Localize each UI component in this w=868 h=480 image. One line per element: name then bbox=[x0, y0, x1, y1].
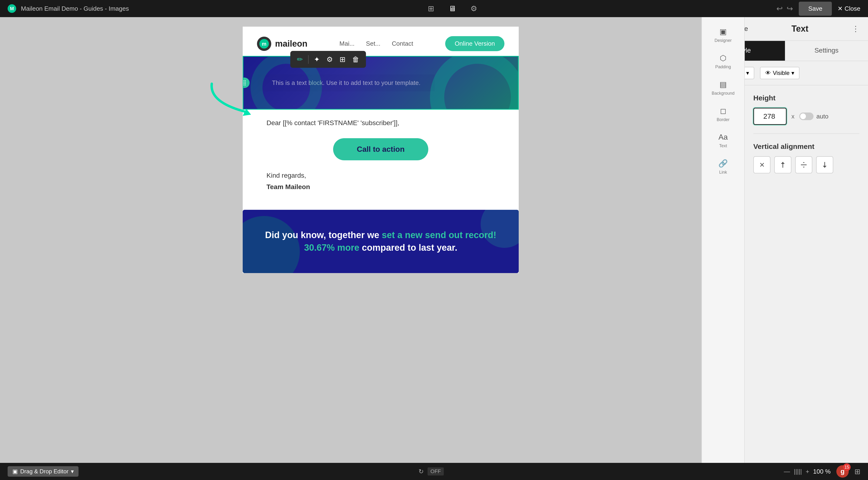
topbar-center: ⊞ 🖥 ⚙ bbox=[428, 4, 477, 13]
height-section-title: Height bbox=[753, 94, 860, 102]
delete-tool-icon[interactable]: 🗑 bbox=[349, 54, 362, 65]
undo-redo-group: ↩ ↪ bbox=[776, 4, 793, 13]
settings-top-icon[interactable]: ⚙ bbox=[470, 4, 477, 13]
valign-buttons: ✕ bbox=[753, 156, 860, 173]
text-label: Text bbox=[719, 143, 727, 149]
padding-icon: ⬡ bbox=[720, 54, 726, 63]
off-badge: OFF bbox=[428, 468, 444, 476]
view-chevron-icon: ▾ bbox=[746, 70, 749, 76]
cta-container: Call to action bbox=[267, 138, 495, 160]
stats-text-2: compared to last year. bbox=[362, 243, 457, 253]
designer-icon: ▣ bbox=[719, 27, 727, 36]
grid-tool-icon[interactable]: ✦ bbox=[311, 53, 323, 65]
valign-center-button[interactable] bbox=[795, 156, 812, 173]
sidebar-item-designer[interactable]: ▣ Designer bbox=[702, 23, 744, 47]
main-canvas-area: m maileon Mai... Set... Contact Online V… bbox=[0, 17, 762, 463]
layout-toggle-icon[interactable]: ⊞ bbox=[428, 4, 434, 13]
svg-marker-7 bbox=[803, 167, 805, 168]
valign-section-title: Vertical alignment bbox=[753, 142, 860, 151]
padding-label: Padding bbox=[715, 64, 731, 69]
apps-grid-icon[interactable]: ⊞ bbox=[855, 468, 860, 476]
cta-button[interactable]: Call to action bbox=[333, 138, 429, 160]
visibility-select[interactable]: 👁 Visible ▾ bbox=[760, 67, 800, 79]
layout-tool-icon[interactable]: ⊞ bbox=[337, 53, 348, 65]
sync-icon: ↻ bbox=[418, 468, 424, 475]
background-label: Background bbox=[712, 91, 735, 96]
close-button[interactable]: ✕ Close bbox=[838, 5, 860, 12]
stats-block: Did you know, together we set a new send… bbox=[243, 210, 519, 273]
editor-mode-label: Drag & Drop Editor bbox=[20, 468, 68, 475]
height-input-wrapper bbox=[753, 108, 786, 125]
valign-none-button[interactable]: ✕ bbox=[753, 156, 770, 173]
maileon-logo-text: maileon bbox=[275, 39, 307, 49]
zoom-out-icon[interactable]: — bbox=[784, 468, 790, 475]
editor-mode-arrow: ▾ bbox=[71, 468, 74, 475]
save-button[interactable]: Save bbox=[799, 2, 832, 16]
valign-section: Vertical alignment ✕ bbox=[753, 134, 860, 173]
sign-off-name: Team Maileon bbox=[267, 183, 495, 191]
auto-toggle-switch[interactable] bbox=[799, 113, 813, 120]
edit-tool-icon[interactable]: ✏ bbox=[294, 53, 306, 65]
height-input[interactable] bbox=[760, 112, 779, 120]
nav-item-1[interactable]: Mai... bbox=[340, 40, 355, 47]
sidebar-strip: ▣ Designer ⬡ Padding ▤ Background ◻ Bord… bbox=[702, 17, 745, 463]
nav-item-3[interactable]: Contact bbox=[392, 40, 413, 47]
zoom-level: 100 % bbox=[813, 468, 831, 475]
sign-off-text: Kind regards, bbox=[267, 172, 495, 179]
svg-text:m: m bbox=[262, 41, 267, 47]
background-icon: ▤ bbox=[719, 80, 727, 89]
valign-top-button[interactable] bbox=[774, 156, 792, 173]
stats-text: Did you know, together we set a new send… bbox=[257, 229, 504, 254]
hero-image-block[interactable]: ⣿ This is a text block. Use it to add te… bbox=[243, 56, 519, 110]
editor-mode-badge[interactable]: ▣ Drag & Drop Editor ▾ bbox=[8, 466, 79, 477]
sidebar-item-border[interactable]: ◻ Border bbox=[702, 102, 744, 127]
topbar-left: M Maileon Email Demo - Guides - Images bbox=[8, 4, 129, 13]
panel-menu-icon[interactable]: ⋮ bbox=[852, 24, 860, 33]
zoom-in-icon[interactable]: + bbox=[806, 468, 809, 475]
settings-tool-icon[interactable]: ⚙ bbox=[323, 53, 336, 65]
visibility-label: Visible bbox=[773, 70, 789, 76]
sidebar-item-padding[interactable]: ⬡ Padding bbox=[702, 49, 744, 74]
eye-icon: 👁 bbox=[765, 70, 771, 76]
block-toolbar: ✏ ✦ ⚙ ⊞ 🗑 bbox=[290, 51, 366, 68]
auto-toggle-group: auto bbox=[799, 113, 829, 120]
maileon-logo: m maileon bbox=[257, 37, 307, 51]
height-row: x auto bbox=[753, 108, 860, 125]
zoom-controls: — ||||| + 100 % bbox=[784, 468, 831, 475]
svg-marker-4 bbox=[781, 162, 785, 164]
topbar-right: ↩ ↪ Save ✕ Close bbox=[776, 2, 860, 16]
valign-bottom-button[interactable] bbox=[816, 156, 833, 173]
link-label: Link bbox=[719, 170, 727, 175]
email-body: Dear [[% contact 'FIRSTNAME' 'subscriber… bbox=[243, 110, 519, 200]
bottombar-right: — ||||| + 100 % g 15 ⊞ bbox=[784, 465, 860, 478]
sidebar-item-link[interactable]: 🔗 Link bbox=[702, 155, 744, 179]
svg-marker-9 bbox=[823, 166, 827, 168]
text-icon: Aa bbox=[718, 133, 727, 141]
bottombar-center: ↻ OFF bbox=[418, 468, 444, 476]
undo-icon[interactable]: ↩ bbox=[776, 4, 783, 13]
maileon-logo-icon: m bbox=[257, 37, 271, 51]
right-panel: ← Template Text ⋮ Style Settings 🖥 Deskt… bbox=[702, 17, 868, 463]
stats-text-1: Did you know, together we bbox=[265, 230, 379, 240]
hero-image: This is a text block. Use it to add text… bbox=[243, 57, 518, 109]
redo-icon[interactable]: ↪ bbox=[786, 4, 793, 13]
text-block-hint: This is a text block. Use it to add text… bbox=[258, 74, 435, 91]
app-title: Maileon Email Demo - Guides - Images bbox=[21, 5, 129, 12]
sidebar-item-background[interactable]: ▤ Background bbox=[702, 76, 744, 100]
designer-label: Designer bbox=[715, 38, 732, 43]
tab-settings[interactable]: Settings bbox=[785, 41, 868, 61]
notification-badge: 15 bbox=[843, 463, 850, 471]
auto-label: auto bbox=[816, 113, 829, 120]
px-label: x bbox=[792, 113, 795, 120]
header-nav: Mai... Set... Contact bbox=[340, 40, 413, 47]
preview-icon[interactable]: 🖥 bbox=[448, 4, 456, 13]
toolbar-separator bbox=[308, 55, 309, 64]
online-version-button[interactable]: Online Version bbox=[445, 36, 504, 51]
app-logo: M bbox=[8, 4, 16, 13]
nav-item-2[interactable]: Set... bbox=[366, 40, 380, 47]
panel-content-area: ▣ Designer ⬡ Padding ▤ Background ◻ Bord… bbox=[702, 86, 868, 463]
svg-marker-6 bbox=[803, 162, 805, 163]
sidebar-item-text[interactable]: Aa Text bbox=[702, 128, 744, 153]
email-canvas: m maileon Mai... Set... Contact Online V… bbox=[243, 27, 519, 273]
border-label: Border bbox=[717, 117, 730, 122]
